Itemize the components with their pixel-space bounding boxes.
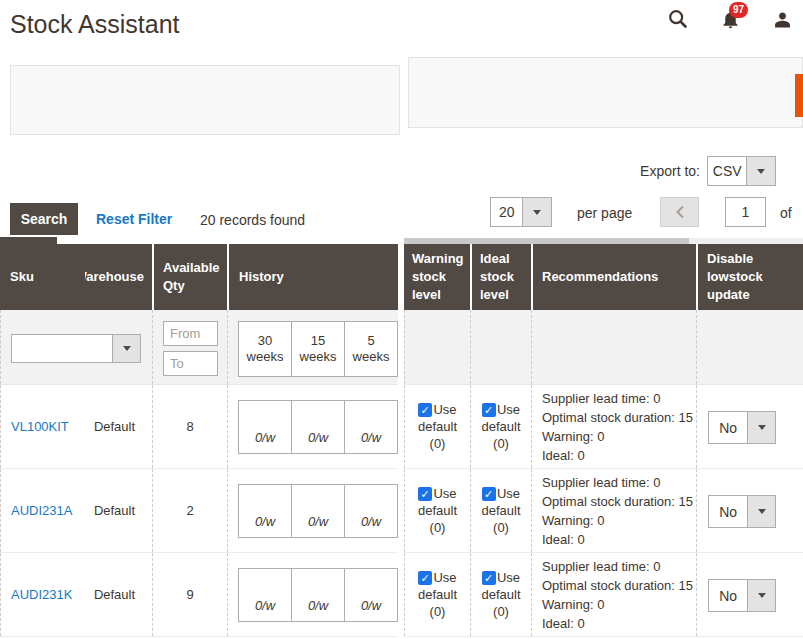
- column-header-history: History: [227, 244, 398, 310]
- sku-filter-select[interactable]: [11, 334, 141, 363]
- cell-recommendations: Supplier lead time: 0 Optimal stock dura…: [531, 385, 696, 468]
- table-row: VL100KIT Default 8 0/w 0/w 0/w: [0, 385, 398, 469]
- page-number-input[interactable]: [725, 197, 766, 227]
- sku-link[interactable]: AUDI231K: [11, 587, 86, 602]
- use-default-warning[interactable]: Use default (0): [409, 569, 467, 620]
- recommendation-line: Ideal: 0: [542, 614, 693, 633]
- cell-available-qty: 9: [152, 553, 227, 636]
- recommendation-line: Supplier lead time: 0: [542, 389, 693, 408]
- table-row: Use default (0) Use default (0) Supplier…: [404, 553, 803, 637]
- sku-filter-value: [12, 335, 112, 362]
- cell-disable-lowstock: No: [696, 469, 803, 552]
- recommendation-line: Ideal: 0: [542, 446, 693, 465]
- cell-history: 0/w 0/w 0/w: [227, 469, 398, 552]
- column-header-warehouse: Warehouse: [85, 244, 152, 310]
- search-icon[interactable]: [665, 6, 691, 32]
- column-header-recommendations: Recommendations: [531, 244, 696, 310]
- use-default-warning[interactable]: Use default (0): [409, 401, 467, 452]
- history-value: 0/w: [291, 401, 344, 453]
- history-value: 0/w: [344, 569, 397, 621]
- use-default-warning[interactable]: Use default (0): [409, 485, 467, 536]
- stock-assistant-page: Stock Assistant 97 Export to: CSV Search: [0, 0, 803, 639]
- cell-ideal-stock-level: Use default (0): [470, 553, 531, 636]
- search-button[interactable]: Search: [10, 203, 78, 235]
- filter-cell-available-qty: [152, 310, 227, 384]
- page-of-label: of: [780, 205, 792, 221]
- history-period-label: 30 weeks: [239, 322, 291, 376]
- cell-warning-stock-level: Use default (0): [404, 469, 470, 552]
- checked-checkbox-icon[interactable]: [418, 403, 432, 417]
- export-format-select[interactable]: CSV: [707, 156, 776, 186]
- notifications-bell-icon[interactable]: 97: [717, 6, 743, 32]
- export-to-label: Export to:: [580, 163, 700, 179]
- history-values-box: 0/w 0/w 0/w: [238, 568, 398, 622]
- chevron-down-icon: [747, 496, 775, 527]
- cell-available-qty: 2: [152, 469, 227, 552]
- warehouse-value: Default: [76, 503, 143, 518]
- disable-lowstock-value: No: [709, 580, 747, 611]
- cell-warning-stock-level: Use default (0): [404, 553, 470, 636]
- cell-disable-lowstock: No: [696, 385, 803, 468]
- table-row: Use default (0) Use default (0) Supplier…: [404, 469, 803, 553]
- use-default-ideal[interactable]: Use default (0): [472, 569, 530, 620]
- cell-disable-lowstock: No: [696, 553, 803, 636]
- table-row: Use default (0) Use default (0) Supplier…: [404, 385, 803, 469]
- checked-checkbox-icon[interactable]: [418, 487, 432, 501]
- filter-cell-sku: [0, 310, 152, 384]
- history-value: 0/w: [239, 485, 291, 537]
- primary-action-button[interactable]: [795, 74, 803, 117]
- filter-cell-disable: [696, 310, 803, 384]
- grid-filter-row-left: 30 weeks 15 weeks 5 weeks: [0, 310, 398, 385]
- disable-lowstock-select[interactable]: No: [708, 579, 776, 612]
- checked-checkbox-icon[interactable]: [482, 487, 496, 501]
- grid-header-right: Warning stock level Ideal stock level Re…: [404, 244, 803, 310]
- grid-corner: [0, 237, 57, 244]
- checked-checkbox-icon[interactable]: [482, 571, 496, 585]
- disable-lowstock-select[interactable]: No: [708, 411, 776, 444]
- column-header-sku: Sku: [0, 244, 85, 310]
- filter-cell-warning: [404, 310, 470, 384]
- chevron-down-icon: [746, 157, 775, 185]
- chevron-left-icon: [675, 205, 685, 219]
- user-icon-glyph: [772, 9, 793, 30]
- table-row: AUDI231K Default 9 0/w 0/w 0/w: [0, 553, 398, 637]
- header-actions: 97: [665, 6, 795, 32]
- filters-panel: [10, 65, 400, 135]
- checked-checkbox-icon[interactable]: [418, 571, 432, 585]
- history-period-label: 5 weeks: [344, 322, 397, 376]
- recommendation-line: Optimal stock duration: 15: [542, 576, 693, 595]
- column-header-ideal-stock-level: Ideal stock level: [470, 244, 531, 310]
- disable-lowstock-value: No: [709, 412, 747, 443]
- grid-filter-row-right: [404, 310, 803, 385]
- disable-lowstock-select[interactable]: No: [708, 495, 776, 528]
- actions-panel: [408, 57, 803, 128]
- chevron-down-icon: [747, 580, 775, 611]
- recommendation-line: Warning: 0: [542, 511, 693, 530]
- chevron-down-icon: [522, 198, 551, 226]
- cell-recommendations: Supplier lead time: 0 Optimal stock dura…: [531, 553, 696, 636]
- chevron-down-icon: [747, 412, 775, 443]
- cell-sku-warehouse: VL100KIT Default: [0, 385, 152, 468]
- page-prev-button[interactable]: [660, 197, 699, 227]
- checked-checkbox-icon[interactable]: [482, 403, 496, 417]
- history-periods-box: 30 weeks 15 weeks 5 weeks: [238, 321, 398, 377]
- reset-filter-link[interactable]: Reset Filter: [96, 211, 172, 227]
- user-account-icon[interactable]: [769, 6, 795, 32]
- warehouse-value: Default: [76, 419, 143, 434]
- column-header-warning-stock-level: Warning stock level: [404, 244, 470, 310]
- per-page-select[interactable]: 20: [490, 197, 552, 227]
- recommendation-line: Warning: 0: [542, 427, 693, 446]
- per-page-value: 20: [491, 198, 522, 226]
- qty-from-input[interactable]: [163, 321, 218, 346]
- qty-to-input[interactable]: [163, 351, 218, 376]
- use-default-ideal[interactable]: Use default (0): [472, 401, 530, 452]
- recommendation-line: Optimal stock duration: 15: [542, 408, 693, 427]
- sku-link[interactable]: VL100KIT: [11, 419, 86, 434]
- column-header-available-qty: Available Qty: [152, 244, 227, 310]
- use-default-ideal[interactable]: Use default (0): [472, 485, 530, 536]
- sku-link[interactable]: AUDI231A: [11, 503, 86, 518]
- chevron-down-icon: [112, 335, 140, 362]
- history-value: 0/w: [291, 485, 344, 537]
- disable-lowstock-value: No: [709, 496, 747, 527]
- cell-history: 0/w 0/w 0/w: [227, 385, 398, 468]
